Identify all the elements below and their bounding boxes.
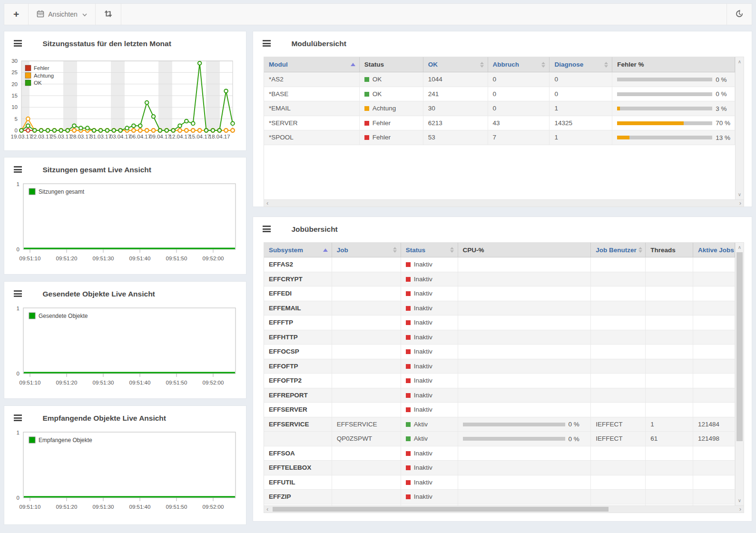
status-icon — [364, 92, 369, 97]
progress-label: 0 % — [716, 87, 727, 101]
module-table-body: *AS2OK1044000 %*BASEOK241000 %*EMAILAcht… — [264, 72, 735, 145]
status-icon — [364, 77, 369, 82]
scroll-right-icon[interactable]: › — [739, 506, 741, 513]
svg-text:09:51:40: 09:51:40 — [129, 504, 151, 510]
svg-text:06.04.17: 06.04.17 — [129, 134, 151, 139]
table-row[interactable]: EFFOCSPInaktiv — [264, 345, 735, 359]
table-row[interactable]: EFFSERVICEEFFSERVICEAktiv0 %IEFFECT11214… — [264, 417, 735, 432]
table-cell: IEFFECT — [591, 417, 646, 432]
status-icon — [406, 291, 411, 296]
scroll-down-icon[interactable]: ∨ — [736, 191, 744, 198]
column-header-modul[interactable]: Modul — [264, 57, 360, 72]
history-button[interactable] — [727, 4, 752, 25]
sort-icon — [393, 247, 397, 253]
status-icon — [406, 451, 411, 456]
views-dropdown-button[interactable]: Ansichten — [29, 4, 95, 25]
table-row[interactable]: EFFEDIInaktiv — [264, 286, 735, 301]
column-header-status[interactable]: Status — [360, 57, 423, 72]
auto-refresh-button[interactable] — [96, 4, 121, 25]
panel-title: Sitzungsstatus für den letzten Monat — [42, 39, 171, 48]
menu-icon[interactable] — [14, 40, 22, 48]
table-cell — [693, 490, 735, 504]
job-table: SubsystemJobStatusCPU-%Job BenutzerThrea… — [264, 242, 744, 513]
column-header-cpu-[interactable]: CPU-% — [458, 243, 591, 257]
column-header-subsystem[interactable]: Subsystem — [264, 243, 332, 257]
column-header-ok[interactable]: OK — [423, 57, 488, 72]
table-cell — [693, 257, 735, 272]
scroll-right-icon[interactable]: › — [739, 200, 741, 207]
table-row[interactable]: EFFAS2Inaktiv — [264, 257, 735, 272]
table-cell — [264, 432, 332, 446]
svg-text:09:51:10: 09:51:10 — [20, 256, 41, 261]
table-cell — [332, 345, 401, 359]
horizontal-scrollbar[interactable]: ‹ › — [264, 199, 744, 207]
table-row[interactable]: EFFREPORTInaktiv — [264, 388, 735, 403]
status-icon — [406, 465, 411, 470]
svg-text:09:51:40: 09:51:40 — [129, 380, 151, 385]
progress-bar — [617, 78, 712, 81]
vertical-scrollbar[interactable]: ∧ ∨ — [735, 57, 744, 199]
table-cell: EFFSERVER — [264, 403, 332, 417]
table-row[interactable]: EFFSERVERInaktiv — [264, 403, 735, 417]
table-row[interactable]: *EMAILAchtung30013 % — [264, 101, 735, 116]
column-header-job[interactable]: Job — [332, 243, 401, 257]
column-header-abbruch[interactable]: Abbruch — [488, 57, 550, 72]
table-row[interactable]: EFFTELEBOXInaktiv — [264, 461, 735, 475]
table-row[interactable]: EFFOFTP2Inaktiv — [264, 374, 735, 388]
column-header-threads[interactable]: Threads — [646, 243, 693, 257]
table-cell — [332, 490, 401, 504]
panel-module-overview: Modulübersicht ModulStatusOKAbbruchDiagn… — [253, 31, 752, 207]
scroll-up-icon[interactable]: ∧ — [736, 244, 744, 251]
table-row[interactable]: *SPOOLFehler537113 % — [264, 130, 735, 145]
panel-title: Gesendete Objekte Live Ansicht — [42, 290, 155, 298]
table-row[interactable]: EFFEMAILInaktiv — [264, 301, 735, 316]
table-cell: 61 — [646, 432, 693, 446]
vertical-scroll-thumb[interactable] — [736, 252, 743, 441]
menu-icon[interactable] — [14, 166, 22, 174]
menu-icon[interactable] — [14, 290, 22, 298]
scroll-left-icon[interactable]: ‹ — [266, 200, 268, 207]
menu-icon[interactable] — [263, 40, 271, 48]
svg-text:0: 0 — [15, 128, 18, 133]
column-header-aktive-jobs[interactable]: Aktive Jobs — [693, 243, 735, 257]
column-header-diagnose[interactable]: Diagnose — [550, 57, 612, 72]
table-row[interactable]: EFFCRYPTInaktiv — [264, 272, 735, 287]
table-row[interactable]: QP0ZSPWTAktiv0 %IEFFECT61121498 — [264, 432, 735, 446]
column-header-status[interactable]: Status — [401, 243, 458, 257]
progress-bar — [617, 136, 712, 139]
horizontal-scrollbar[interactable]: ‹ › — [264, 505, 744, 513]
menu-icon[interactable] — [14, 415, 22, 423]
table-cell — [591, 286, 646, 301]
menu-icon[interactable] — [263, 226, 271, 234]
table-cell — [332, 272, 401, 287]
table-cell — [591, 490, 646, 504]
column-header-job-benutzer[interactable]: Job Benutzer — [591, 243, 646, 257]
table-row[interactable]: EFFZIPInaktiv — [264, 490, 735, 504]
scroll-left-icon[interactable]: ‹ — [266, 506, 268, 513]
horizontal-scroll-thumb[interactable] — [273, 507, 609, 512]
table-row[interactable]: EFFFTPInaktiv — [264, 316, 735, 330]
column-header-fehler-[interactable]: Fehler % — [612, 57, 735, 72]
progress-label: 0 % — [569, 432, 579, 446]
svg-text:Empfangene Objekte: Empfangene Objekte — [39, 437, 92, 444]
table-row[interactable]: *SERVERFehler6213431432570 % — [264, 116, 735, 131]
table-row[interactable]: EFFOFTPInaktiv — [264, 359, 735, 374]
panel-title: Empfangende Objekte Live Ansicht — [42, 414, 166, 423]
table-row[interactable]: EFFUTILInaktiv — [264, 475, 735, 490]
scroll-down-icon[interactable]: ∨ — [736, 497, 744, 504]
progress-label: 70 % — [716, 116, 730, 130]
progress-bar — [463, 423, 565, 426]
table-cell — [693, 446, 735, 461]
vertical-scrollbar[interactable]: ∧ ∨ — [735, 243, 744, 505]
panel-header: Gesendete Objekte Live Ansicht — [4, 282, 246, 305]
table-row[interactable]: EFFHTTPInaktiv — [264, 330, 735, 345]
scroll-up-icon[interactable]: ∧ — [736, 58, 744, 66]
add-panel-button[interactable]: + — [4, 4, 29, 25]
status-cell: Inaktiv — [401, 403, 458, 417]
status-icon — [406, 480, 411, 485]
table-row[interactable]: EFFSOAInaktiv — [264, 446, 735, 461]
svg-text:09:51:20: 09:51:20 — [56, 256, 78, 261]
table-row[interactable]: *AS2OK1044000 % — [264, 72, 735, 87]
table-row[interactable]: *BASEOK241000 % — [264, 87, 735, 102]
status-cell: Inaktiv — [401, 446, 458, 461]
